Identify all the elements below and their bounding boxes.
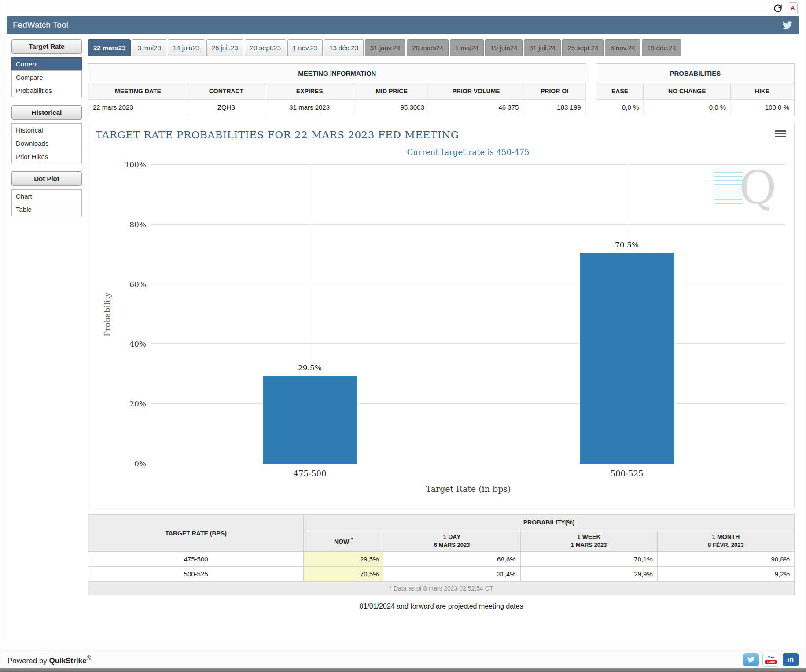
sidebar-item-compare[interactable]: Compare: [11, 70, 82, 84]
youtube-icon[interactable]: YouTube: [762, 653, 779, 667]
watermark-q: Q: [739, 167, 777, 209]
quikstrike-watermark: Q: [714, 167, 777, 209]
column-header: HIKE: [731, 83, 794, 100]
sidebar-section-dot-plot[interactable]: Dot Plot: [11, 171, 82, 186]
contract-value: ZQH3: [188, 100, 265, 115]
meeting-date-tabs: 22 mars23 3 mai23 14 juin23 26 juil.23 2…: [88, 39, 795, 56]
y-gridline: [151, 224, 785, 225]
now-cell: 70,5%: [304, 567, 383, 582]
y-tick-label: 60%: [129, 280, 146, 289]
social-icons: YouTube in: [743, 653, 799, 667]
bar-value-label: 29.5%: [298, 363, 322, 372]
prior-oi-value: 183 199: [523, 100, 585, 115]
column-header: MEETING DATE: [88, 83, 188, 100]
sidebar: Target Rate Current Compare Probabilitie…: [11, 39, 82, 637]
sidebar-section-historical[interactable]: Historical: [11, 105, 82, 120]
sidebar-item-historical[interactable]: Historical: [11, 123, 82, 137]
data-as-of-footnote: * Data as of 8 mars 2023 02:52:54 CT: [88, 582, 795, 595]
chart-title: TARGET RATE PROBABILITIES FOR 22 MARS 20…: [96, 129, 459, 140]
y-tick-label: 20%: [129, 399, 146, 408]
tab-25-sept24[interactable]: 25 sept.24: [562, 39, 604, 56]
tab-1-nov23[interactable]: 1 nov.23: [287, 39, 323, 56]
prior-volume-value: 46 375: [429, 100, 524, 115]
one-day-column-header: 1 DAY6 MARS 2023: [383, 530, 520, 552]
y-gridline: [151, 284, 785, 284]
y-tick-label: 100%: [125, 160, 146, 169]
sidebar-item-downloads[interactable]: Downloads: [11, 137, 82, 150]
one-month-column-header: 1 MONTH8 FÉVR. 2023: [657, 530, 794, 552]
target-rate-bps-header: TARGET RATE (BPS): [88, 515, 304, 552]
one-week-cell: 29,9%: [520, 567, 657, 582]
probabilities-panel: PROBABILITIES EASE NO CHANGE HIKE 0,0 % …: [596, 63, 795, 115]
plot-area: Probability Q Target Rate (in bps) 0%20%…: [151, 165, 785, 464]
ease-value: 0,0 %: [596, 100, 644, 115]
tab-20-mars24[interactable]: 20 mars24: [407, 39, 449, 56]
info-row: MEETING INFORMATION MEETING DATE CONTRAC…: [88, 63, 795, 115]
chart-menu-icon[interactable]: [775, 129, 786, 138]
footer: Powered by QuikStrike® YouTube in: [0, 649, 806, 670]
sidebar-item-table[interactable]: Table: [11, 203, 82, 216]
bottom-strip: [0, 668, 806, 672]
tab-14-juin23[interactable]: 14 juin23: [168, 39, 205, 56]
pdf-icon[interactable]: A: [788, 2, 798, 14]
one-day-cell: 68,6%: [383, 552, 520, 567]
mid-price-value: 95,3063: [354, 100, 429, 115]
y-tick-label: 0%: [134, 459, 146, 468]
tab-13-dec23[interactable]: 13 déc.23: [324, 39, 364, 56]
header-bar: FedWatch Tool: [7, 16, 799, 34]
one-week-cell: 70,1%: [520, 552, 657, 567]
linkedin-icon[interactable]: in: [783, 653, 799, 666]
rate-cell: 475-500: [88, 552, 304, 567]
refresh-icon[interactable]: [772, 3, 784, 14]
column-header: CONTRACT: [188, 83, 265, 100]
x-axis-title: Target Rate (in bps): [426, 484, 511, 494]
tab-20-sept23[interactable]: 20 sept.23: [245, 39, 286, 56]
column-header: EXPIRES: [265, 83, 354, 100]
tab-22-mars23[interactable]: 22 mars23: [88, 39, 131, 56]
x-category-label: 475-500: [294, 469, 327, 478]
meeting-information-panel: MEETING INFORMATION MEETING DATE CONTRAC…: [88, 63, 586, 115]
y-gridline: [151, 403, 785, 404]
meeting-info-title: MEETING INFORMATION: [88, 64, 586, 83]
one-month-cell: 90,8%: [657, 552, 794, 567]
sidebar-item-probabilities[interactable]: Probabilities: [11, 84, 82, 97]
tab-31-juil24[interactable]: 31 juil.24: [524, 39, 561, 56]
chart-panel: TARGET RATE PROBABILITIES FOR 22 MARS 20…: [88, 122, 795, 508]
bar-500-525[interactable]: [580, 253, 674, 464]
tab-31-janv24[interactable]: 31 janv.24: [365, 39, 405, 56]
top-strip: A: [0, 0, 806, 16]
now-column-header: NOW *: [304, 530, 383, 552]
y-axis-title: Probability: [102, 165, 112, 464]
column-header: MID PRICE: [354, 83, 429, 100]
tab-1-mai24[interactable]: 1 mai24: [450, 39, 484, 56]
sidebar-section-target-rate[interactable]: Target Rate: [11, 39, 82, 54]
tab-6-nov24[interactable]: 6 nov.24: [605, 39, 640, 56]
column-header: PRIOR VOLUME: [429, 83, 524, 100]
y-tick-label: 40%: [129, 340, 146, 348]
content-frame: Target Rate Current Compare Probabilitie…: [7, 34, 799, 642]
probability-table: TARGET RATE (BPS) PROBABILITY(%) NOW * 1…: [88, 514, 795, 595]
tab-26-juil23[interactable]: 26 juil.23: [206, 39, 243, 56]
bar-475-500[interactable]: [263, 376, 357, 464]
column-header: NO CHANGE: [644, 83, 731, 100]
tab-3-mai23[interactable]: 3 mai23: [132, 39, 166, 56]
sidebar-item-chart[interactable]: Chart: [11, 189, 82, 203]
column-header: PRIOR OI: [523, 83, 585, 100]
tab-19-juin24[interactable]: 19 juin24: [485, 39, 523, 56]
twitter-icon[interactable]: [743, 653, 759, 666]
watermark-lines: [714, 172, 743, 204]
now-cell: 29,5%: [304, 552, 383, 567]
one-day-cell: 31,4%: [383, 567, 520, 582]
tab-18-dec24[interactable]: 18 déc.24: [642, 39, 681, 56]
bar-value-label: 70.5%: [615, 240, 639, 249]
table-row: 475-500 29,5% 68,6% 70,1% 90,8%: [88, 552, 795, 567]
one-week-column-header: 1 WEEK1 MARS 2023: [520, 530, 657, 552]
sidebar-item-current[interactable]: Current: [11, 57, 82, 71]
one-month-cell: 9,2%: [657, 567, 794, 582]
column-header: EASE: [596, 83, 644, 100]
x-category-label: 500-525: [611, 469, 644, 478]
sidebar-item-prior-hikes[interactable]: Prior Hikes: [11, 150, 82, 163]
twitter-icon[interactable]: [782, 20, 793, 30]
powered-by-text: Powered by QuikStrike®: [7, 654, 91, 665]
page-title: FedWatch Tool: [13, 20, 68, 30]
